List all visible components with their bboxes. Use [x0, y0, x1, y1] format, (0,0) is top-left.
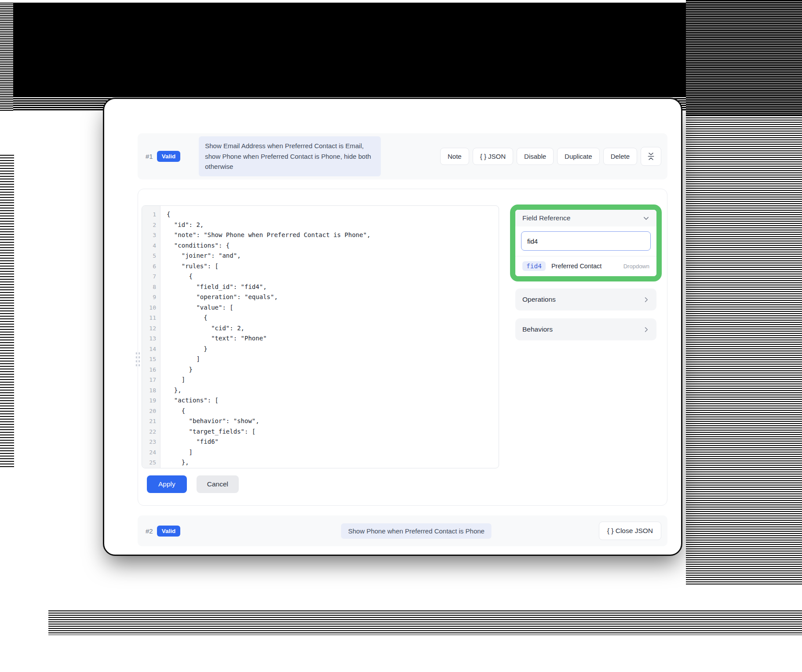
apply-button[interactable]: Apply: [147, 475, 187, 493]
code-line: ]: [167, 354, 499, 365]
code-line: }: [167, 365, 499, 375]
rule-editor-window: #1 Valid Show Email Address when Preferr…: [103, 98, 682, 556]
line-number: 15: [142, 354, 160, 365]
code-line: "cid": 2,: [167, 323, 499, 334]
note-line: Show Email Address when Preferred Contac…: [205, 141, 375, 151]
line-number: 19: [142, 395, 160, 406]
code-line: "joiner": "and",: [167, 251, 499, 261]
reference-sidebar: Field Reference fid4: [515, 205, 656, 340]
line-number: 10: [142, 303, 160, 313]
field-reference-title: Field Reference: [522, 214, 570, 222]
rule-2-valid-badge: Valid: [157, 526, 181, 537]
code-line: "value": [: [167, 303, 499, 313]
code-line: "rules": [: [167, 261, 499, 272]
code-line: ]: [167, 447, 499, 458]
chevron-right-icon: [643, 326, 649, 333]
line-number: 4: [142, 241, 160, 251]
chevron-right-icon: [643, 296, 649, 303]
redaction-artifact: [0, 3, 13, 111]
editor-actions: Apply Cancel: [147, 475, 656, 493]
redaction-artifact: [0, 155, 14, 467]
line-number: 16: [142, 365, 160, 375]
json-workbench: 1234567891011121314151617181920212223242…: [138, 189, 667, 506]
line-number: 9: [142, 292, 160, 303]
chevron-down-icon: [643, 215, 649, 222]
toolbar-button-duplicate[interactable]: Duplicate: [557, 148, 600, 165]
code-line: },: [167, 385, 499, 396]
field-reference-body: fid4 Preferred Contact Dropdown: [515, 226, 656, 276]
rule-1-toolbar: Note{ } JSONDisableDuplicateDelete: [440, 147, 661, 166]
line-number: 13: [142, 333, 160, 344]
line-number: 11: [142, 313, 160, 323]
rule-1-note-chip: Show Email Address when Preferred Contac…: [199, 136, 381, 176]
line-number: 24: [142, 447, 160, 458]
code-line: "actions": [: [167, 395, 499, 406]
redaction-artifact: [48, 610, 802, 635]
field-type-label: Dropdown: [623, 263, 649, 270]
divider: [515, 256, 656, 256]
drag-handle[interactable]: [135, 351, 141, 368]
rule-2-index: #2: [146, 527, 153, 535]
field-reference-highlight: Field Reference fid4: [510, 205, 662, 281]
line-number: 17: [142, 375, 160, 385]
field-result-row[interactable]: fid4 Preferred Contact Dropdown: [521, 261, 651, 271]
line-number: 6: [142, 261, 160, 272]
behaviors-title: Behaviors: [522, 325, 553, 333]
line-number: 14: [142, 344, 160, 354]
note-line: otherwise: [205, 161, 375, 172]
line-number: 1: [142, 209, 160, 220]
code-line: ]: [167, 375, 499, 385]
code-line: {: [167, 209, 499, 220]
line-number: 3: [142, 230, 160, 241]
json-code-editor[interactable]: 1234567891011121314151617181920212223242…: [142, 205, 499, 468]
cancel-button[interactable]: Cancel: [197, 475, 239, 493]
line-number: 18: [142, 385, 160, 396]
code-line: "behavior": "show",: [167, 416, 499, 427]
redaction-artifact: [686, 0, 802, 115]
code-line: {: [167, 271, 499, 282]
rule-2-note-chip: Show Phone when Preferred Contact is Pho…: [341, 523, 492, 539]
line-number: 2: [142, 220, 160, 230]
code-line: }: [167, 344, 499, 354]
rule-1-header-row: #1 Valid Show Email Address when Preferr…: [138, 133, 667, 179]
toolbar-button-delete[interactable]: Delete: [603, 148, 637, 165]
code-line: "id": 2,: [167, 220, 499, 230]
field-reference-header[interactable]: Field Reference: [515, 210, 656, 226]
code-line: "text": "Phone": [167, 333, 499, 344]
line-number: 23: [142, 437, 160, 447]
code-line: {: [167, 313, 499, 323]
redaction-band: [13, 3, 689, 97]
redaction-artifact: [686, 115, 802, 586]
behaviors-panel[interactable]: Behaviors: [515, 318, 656, 340]
line-number: 20: [142, 406, 160, 416]
field-search-input[interactable]: [521, 231, 651, 251]
code-line: "field_id": "fid4",: [167, 282, 499, 292]
code-line: "conditions": {: [167, 241, 499, 251]
line-number: 12: [142, 323, 160, 334]
collapse-rule-button[interactable]: [641, 147, 661, 166]
code-line: "note": "Show Phone when Preferred Conta…: [167, 230, 499, 241]
line-number: 25: [142, 457, 160, 468]
close-json-button[interactable]: { } Close JSON: [599, 522, 661, 540]
operations-panel[interactable]: Operations: [515, 289, 656, 310]
code-line: "fid6": [167, 437, 499, 447]
toolbar-button-json[interactable]: { } JSON: [473, 148, 513, 165]
code-line: "target_fields": [: [167, 427, 499, 437]
line-number: 7: [142, 271, 160, 282]
rule-1-valid-badge: Valid: [157, 151, 181, 162]
toolbar-button-disable[interactable]: Disable: [517, 148, 554, 165]
line-number: 8: [142, 282, 160, 292]
toolbar-button-note[interactable]: Note: [440, 148, 469, 165]
line-number: 21: [142, 416, 160, 427]
field-reference-panel: Field Reference fid4: [515, 210, 656, 276]
code-area[interactable]: { "id": 2, "note": "Show Phone when Pref…: [160, 206, 499, 468]
line-number: 22: [142, 427, 160, 437]
rule-2-header-row: #2 Valid Show Phone when Preferred Conta…: [138, 515, 667, 546]
field-id-pill: fid4: [522, 261, 546, 271]
rule-1-index: #1: [146, 153, 153, 160]
rule-2-note-area: Show Phone when Preferred Contact is Pho…: [180, 522, 661, 540]
field-label: Preferred Contact: [551, 263, 602, 270]
code-line: "operation": "equals",: [167, 292, 499, 303]
collapse-vertical-icon: [646, 152, 656, 161]
line-number: 5: [142, 251, 160, 261]
